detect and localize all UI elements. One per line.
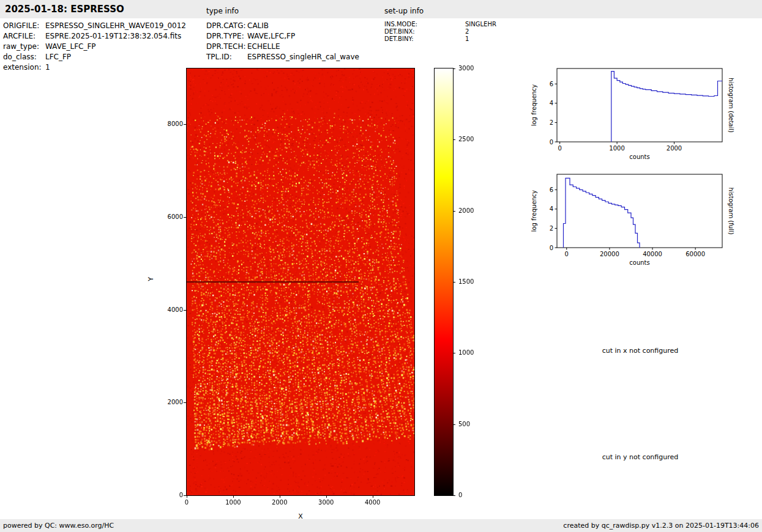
file-info-value: ESPRESSO_SINGLEHR_WAVE019_0012 <box>45 21 186 30</box>
file-info-value: LFC_FP <box>45 53 71 61</box>
hist-frame <box>557 68 722 142</box>
type-info-value: WAVE,LFC,FP <box>247 32 295 40</box>
setup-info-label: DET.BINX: <box>384 28 415 35</box>
y-tick-label: 4000 <box>159 306 183 313</box>
setup-info-label: INS.MODE: <box>384 21 417 28</box>
y-tick-label: 8000 <box>159 120 183 127</box>
colorbar-tick-mark <box>453 495 455 496</box>
x-tick-mark <box>233 495 234 498</box>
hist-ylabel: log frequency <box>531 190 537 232</box>
file-info-label: do_class: <box>3 53 37 61</box>
hist-ylabel: log frequency <box>531 84 537 127</box>
type-info-label: TPL.ID: <box>206 53 232 61</box>
setup-info-value: 1 <box>465 35 469 42</box>
colorbar-tick-mark <box>453 282 455 283</box>
file-info-value: 1 <box>45 63 50 72</box>
x-tick-label: 0 <box>171 499 202 506</box>
hist-x-tick-label: 60000 <box>685 251 705 257</box>
x-tick-label: 1000 <box>218 499 248 506</box>
type-info-value: ECHELLE <box>247 42 280 51</box>
yaxis-label: Y <box>147 277 155 281</box>
hist-y-tick-label: 2 <box>550 225 553 232</box>
y-tick-mark <box>184 402 187 403</box>
hist-y-tick-label: 4 <box>550 205 553 212</box>
file-info-value: ESPRE.2025-01-19T12:38:32.054.fits <box>45 32 181 40</box>
x-tick-label: 2000 <box>264 499 295 506</box>
file-info-value: WAVE_LFC_FP <box>45 42 96 51</box>
hist-x-tick-label: 40000 <box>643 251 662 257</box>
x-tick-mark <box>373 495 373 498</box>
colorbar-tick-label: 1000 <box>458 349 474 356</box>
cut-x-message: cut in x not configured <box>564 347 717 355</box>
type-info-label: DPR.TECH: <box>206 42 246 51</box>
hist-x-tick-label: 20000 <box>600 251 619 257</box>
colorbar <box>434 68 454 496</box>
type-info-label: DPR.TYPE: <box>206 32 244 40</box>
colorbar-tick-label: 3000 <box>458 65 474 72</box>
hist-xlabel: counts <box>629 259 649 266</box>
y-tick-mark <box>184 495 187 496</box>
colorbar-tick-label: 1500 <box>458 278 474 285</box>
colorbar-tick-mark <box>453 68 455 69</box>
file-info-label: ARCFILE: <box>3 32 35 40</box>
x-tick-mark <box>187 495 187 498</box>
file-info-label: raw_type: <box>3 42 39 51</box>
colorbar-tick-mark <box>453 424 455 425</box>
x-tick-mark <box>280 495 280 498</box>
hist-side-label: histogram (full) <box>728 187 734 234</box>
hist-x-tick-label: 0 <box>558 145 561 152</box>
hist-frame <box>557 174 722 248</box>
setup-info-value: SINGLEHR <box>465 21 496 28</box>
colorbar-tick-mark <box>453 211 455 212</box>
y-tick-mark <box>184 310 187 311</box>
hist-y-tick-label: 2 <box>550 119 553 126</box>
x-tick-label: 3000 <box>311 499 342 506</box>
colorbar-tick-mark <box>453 139 455 140</box>
y-tick-label: 2000 <box>159 399 183 405</box>
hist-y-tick-label: 4 <box>550 100 553 106</box>
page-title: 2025-01-18: ESPRESSO <box>5 4 124 15</box>
type-info-value: ESPRESSO_singleHR_cal_wave <box>247 53 359 61</box>
file-info-label: extension: <box>3 63 42 72</box>
setup-info-label: DET.BINY: <box>384 35 414 42</box>
y-tick-label: 6000 <box>159 213 183 220</box>
x-tick-label: 4000 <box>357 499 388 506</box>
y-tick-mark <box>184 217 187 218</box>
hist-x-tick-label: 2000 <box>667 145 682 152</box>
histogram-detail-plot: 0100020000246countslog frequencyhistogra… <box>526 65 738 170</box>
file-info-label: ORIGFILE: <box>3 21 39 30</box>
hist-x-tick-label: 1000 <box>609 145 624 152</box>
qc-report-page: 2025-01-18: ESPRESSO type info set-up in… <box>0 0 762 532</box>
cut-y-message: cut in y not configured <box>564 453 717 461</box>
histogram-full-plot: 02000040000600000246countslog frequencyh… <box>526 171 738 276</box>
detector-image-frame <box>186 68 415 496</box>
colorbar-tick-label: 0 <box>458 492 462 498</box>
hist-y-tick-label: 0 <box>550 245 553 251</box>
colorbar-tick-label: 500 <box>458 421 470 427</box>
setup-info-value: 2 <box>465 28 469 35</box>
setup-info-heading: set-up info <box>384 7 424 15</box>
y-tick-mark <box>184 124 187 125</box>
colorbar-tick-label: 2000 <box>458 207 474 214</box>
hist-x-tick-label: 0 <box>565 251 569 257</box>
footer-created-by: created by qc_rawdisp.py v1.2.3 on 2025-… <box>563 522 759 530</box>
x-tick-mark <box>326 495 327 498</box>
y-tick-label: 0 <box>159 492 183 498</box>
colorbar-tick-label: 2500 <box>458 136 474 142</box>
hist-y-tick-label: 6 <box>550 187 553 193</box>
hist-side-label: histogram (detail) <box>728 78 734 133</box>
detector-image-canvas <box>187 68 414 495</box>
footer-powered-by: powered by QC: www.eso.org/HC <box>3 522 114 530</box>
colorbar-tick-mark <box>453 353 455 353</box>
type-info-label: DPR.CATG: <box>206 21 246 30</box>
hist-y-tick-label: 6 <box>550 81 553 87</box>
type-info-heading: type info <box>206 7 239 15</box>
hist-xlabel: counts <box>629 153 649 160</box>
hist-y-tick-label: 0 <box>550 139 553 146</box>
type-info-value: CALIB <box>247 21 269 30</box>
